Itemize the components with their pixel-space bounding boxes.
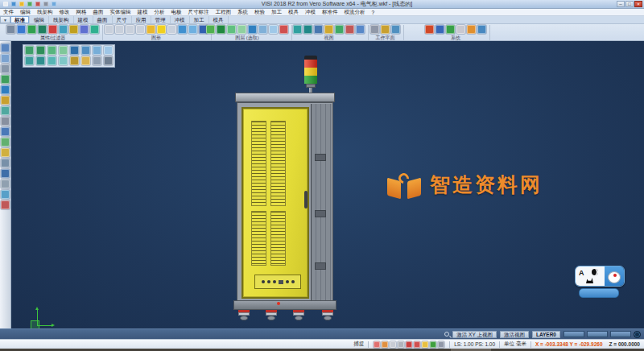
toolbar-icon[interactable] bbox=[115, 25, 124, 34]
toolbar-icon[interactable] bbox=[38, 25, 47, 34]
toolbar-icon[interactable] bbox=[237, 25, 246, 34]
menu-item[interactable]: 线架构 bbox=[34, 9, 56, 16]
strip-button[interactable] bbox=[587, 331, 608, 337]
toolbar-icon[interactable] bbox=[1, 54, 10, 63]
magnifier-icon[interactable] bbox=[444, 332, 449, 337]
menu-item[interactable]: 标准件 bbox=[319, 9, 341, 16]
toolbar-icon[interactable] bbox=[1, 117, 10, 126]
toolbar-icon[interactable] bbox=[1, 138, 10, 147]
toolbar-icon[interactable] bbox=[258, 25, 267, 34]
toolbar-icon[interactable] bbox=[1, 190, 10, 199]
toolbar-icon[interactable] bbox=[269, 25, 278, 34]
menu-item[interactable]: 校验 bbox=[251, 9, 268, 16]
menu-item[interactable]: 编辑 bbox=[17, 9, 34, 16]
menu-item[interactable]: 文件 bbox=[0, 9, 17, 16]
toolbar-icon[interactable] bbox=[356, 25, 365, 34]
toolbar-icon[interactable] bbox=[1, 106, 10, 115]
close-button[interactable]: × bbox=[634, 1, 642, 7]
toolbar-icon[interactable] bbox=[467, 25, 476, 34]
toolbar-icon[interactable] bbox=[477, 25, 486, 34]
ribbon-tab[interactable]: 编辑 bbox=[30, 16, 49, 23]
toolbar-icon[interactable] bbox=[324, 25, 333, 34]
toolbar-icon[interactable] bbox=[391, 25, 400, 34]
toolbar-icon[interactable] bbox=[1, 127, 10, 136]
door-handle[interactable] bbox=[304, 191, 308, 209]
ribbon-tab[interactable]: 应用 bbox=[132, 16, 151, 23]
toolbar-icon[interactable] bbox=[456, 25, 465, 34]
ime-widget[interactable]: A bbox=[575, 266, 625, 301]
toolbar-icon[interactable] bbox=[104, 46, 113, 55]
toolbar-icon[interactable] bbox=[1, 200, 10, 209]
maximize-button[interactable]: □ bbox=[625, 1, 634, 7]
ribbon-tab[interactable]: 线架构 bbox=[49, 16, 74, 23]
toolbar-icon[interactable] bbox=[69, 25, 78, 34]
menu-item[interactable]: 电极 bbox=[168, 9, 185, 16]
ime-mode-area[interactable]: A bbox=[576, 266, 605, 286]
toolbar-icon[interactable] bbox=[188, 25, 197, 34]
viewport-3d[interactable]: 智造资料网 A bbox=[11, 41, 644, 328]
toolbar-icon[interactable] bbox=[398, 341, 404, 348]
toolbar-icon[interactable] bbox=[436, 25, 444, 34]
toolbar-icon[interactable] bbox=[105, 25, 114, 34]
menu-item[interactable]: 网格 bbox=[73, 9, 90, 16]
toolbar-icon[interactable] bbox=[104, 56, 113, 65]
toolbar-icon[interactable] bbox=[47, 56, 56, 65]
toolbar-icon[interactable] bbox=[425, 25, 434, 34]
toolbar-icon[interactable] bbox=[19, 2, 24, 6]
active-workplane[interactable]: 激活 XY 上视图 bbox=[452, 331, 497, 338]
menu-item[interactable]: 工程图 bbox=[213, 9, 235, 16]
toolbar-icon[interactable] bbox=[370, 25, 379, 34]
menu-item[interactable]: 模具 bbox=[285, 9, 302, 16]
toolbar-icon[interactable] bbox=[25, 46, 34, 55]
toolbar-icon[interactable] bbox=[1, 75, 10, 84]
units-indicator[interactable]: 单位 毫米 bbox=[504, 341, 526, 348]
toolbar-icon[interactable] bbox=[279, 25, 288, 34]
toolbar-icon[interactable] bbox=[414, 341, 420, 348]
active-view[interactable]: 激活视图 bbox=[500, 331, 529, 338]
toolbar-icon[interactable] bbox=[27, 2, 32, 6]
toolbar-icon[interactable] bbox=[217, 25, 225, 34]
ribbon-tab[interactable]: 模具 bbox=[209, 16, 229, 23]
toolbar-icon[interactable] bbox=[345, 25, 354, 34]
toolbar-icon[interactable] bbox=[80, 25, 89, 34]
ribbon-tab[interactable]: 标准 bbox=[10, 16, 30, 23]
ribbon-tab[interactable]: 加工 bbox=[190, 16, 209, 23]
toolbar-icon[interactable] bbox=[147, 25, 155, 34]
menu-item[interactable]: 模流分析 bbox=[341, 9, 369, 16]
toolbar-icon[interactable] bbox=[1, 159, 10, 167]
toolbar-icon[interactable] bbox=[248, 25, 257, 34]
toolbar-icon[interactable] bbox=[93, 46, 101, 55]
menu-item[interactable]: 加工 bbox=[268, 9, 285, 16]
menu-item[interactable]: 修改 bbox=[56, 9, 73, 16]
toolbar-icon[interactable] bbox=[206, 25, 215, 34]
toolbar-icon[interactable] bbox=[136, 25, 145, 34]
menu-item[interactable]: 分析 bbox=[151, 9, 168, 16]
toolbar-icon[interactable] bbox=[3, 2, 8, 6]
toolbar-icon[interactable] bbox=[374, 341, 380, 348]
menu-item[interactable]: 尺寸标注 bbox=[185, 9, 213, 16]
toolbar-icon[interactable] bbox=[81, 46, 90, 55]
globe-icon[interactable] bbox=[634, 331, 641, 338]
toolbar-icon[interactable] bbox=[43, 2, 48, 6]
toolbar-icon[interactable] bbox=[90, 25, 99, 34]
toolbar-icon[interactable] bbox=[178, 25, 187, 34]
toolbar-icon[interactable] bbox=[1, 85, 10, 94]
strip-button[interactable] bbox=[610, 331, 631, 337]
ribbon-tab[interactable]: 建模 bbox=[74, 16, 93, 23]
toolbar-icon[interactable] bbox=[52, 2, 56, 6]
toolbar-icon[interactable] bbox=[11, 2, 16, 6]
chevron-down-icon[interactable]: ▼ bbox=[0, 16, 10, 23]
layer-indicator[interactable]: LAYER0 bbox=[532, 331, 560, 338]
toolbar-icon[interactable] bbox=[17, 25, 26, 34]
ribbon-tab[interactable]: 尺寸 bbox=[113, 16, 132, 23]
toolbar-icon[interactable] bbox=[47, 46, 56, 55]
toolbar-icon[interactable] bbox=[70, 56, 79, 65]
toolbar-icon[interactable] bbox=[1, 96, 10, 105]
menu-item[interactable]: ? bbox=[369, 10, 378, 15]
ime-toolbar[interactable] bbox=[579, 288, 619, 298]
toolbar-icon[interactable] bbox=[382, 341, 388, 348]
toolbar-icon[interactable] bbox=[227, 25, 236, 34]
toolbar-icon[interactable] bbox=[27, 25, 36, 34]
toolbar-icon[interactable] bbox=[1, 169, 10, 178]
toolbar-icon[interactable] bbox=[25, 56, 34, 65]
